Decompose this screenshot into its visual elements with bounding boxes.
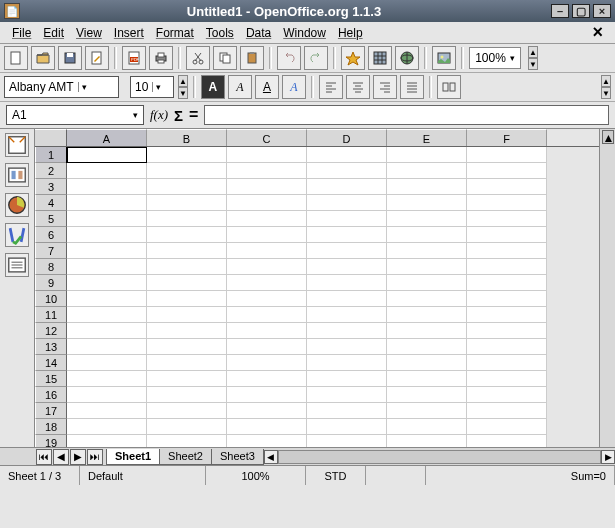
cell-A1[interactable] [67, 147, 147, 163]
cell-E8[interactable] [387, 259, 467, 275]
cell-B2[interactable] [147, 163, 227, 179]
row-header-13[interactable]: 13 [35, 339, 67, 355]
menu-view[interactable]: View [70, 24, 108, 42]
menu-insert[interactable]: Insert [108, 24, 150, 42]
row-header-17[interactable]: 17 [35, 403, 67, 419]
cell-E10[interactable] [387, 291, 467, 307]
cell-D7[interactable] [307, 243, 387, 259]
navigator-button[interactable] [341, 46, 365, 70]
cell-F3[interactable] [467, 179, 547, 195]
cell-C3[interactable] [227, 179, 307, 195]
close-doc-icon[interactable]: × [592, 22, 609, 43]
column-header-A[interactable]: A [67, 129, 147, 146]
cell-A12[interactable] [67, 323, 147, 339]
sheet-tab-sheet1[interactable]: Sheet1 [106, 449, 160, 465]
cell-B7[interactable] [147, 243, 227, 259]
select-all-corner[interactable] [35, 129, 67, 146]
spellcheck-button[interactable] [5, 223, 29, 247]
cell-B10[interactable] [147, 291, 227, 307]
maximize-button[interactable]: ▢ [572, 4, 590, 18]
cell-F8[interactable] [467, 259, 547, 275]
sheet-tab-sheet2[interactable]: Sheet2 [159, 449, 212, 465]
cell-D6[interactable] [307, 227, 387, 243]
italic-button[interactable]: A [228, 75, 252, 99]
cell-D10[interactable] [307, 291, 387, 307]
font-color-button[interactable]: A [282, 75, 306, 99]
cell-B3[interactable] [147, 179, 227, 195]
row-header-19[interactable]: 19 [35, 435, 67, 447]
cell-E1[interactable] [387, 147, 467, 163]
column-header-D[interactable]: D [307, 129, 387, 146]
cell-F14[interactable] [467, 355, 547, 371]
cell-A15[interactable] [67, 371, 147, 387]
column-header-E[interactable]: E [387, 129, 467, 146]
font-size-combo[interactable]: 10▾ [130, 76, 174, 98]
export-pdf-button[interactable]: PDF [122, 46, 146, 70]
row-header-3[interactable]: 3 [35, 179, 67, 195]
cell-F18[interactable] [467, 419, 547, 435]
row-header-5[interactable]: 5 [35, 211, 67, 227]
cell-A16[interactable] [67, 387, 147, 403]
cell-B4[interactable] [147, 195, 227, 211]
row-header-18[interactable]: 18 [35, 419, 67, 435]
cell-C19[interactable] [227, 435, 307, 447]
cell-A9[interactable] [67, 275, 147, 291]
hscroll-right[interactable]: ▶ [601, 450, 615, 464]
cell-B12[interactable] [147, 323, 227, 339]
cell-B8[interactable] [147, 259, 227, 275]
cell-D13[interactable] [307, 339, 387, 355]
zoom-combo[interactable]: 100%▾ [469, 47, 521, 69]
row-header-14[interactable]: 14 [35, 355, 67, 371]
menu-tools[interactable]: Tools [200, 24, 240, 42]
new-button[interactable] [4, 46, 28, 70]
font-size-up[interactable]: ▲ [178, 75, 188, 87]
cell-E9[interactable] [387, 275, 467, 291]
row-header-10[interactable]: 10 [35, 291, 67, 307]
cell-F15[interactable] [467, 371, 547, 387]
cell-A17[interactable] [67, 403, 147, 419]
menu-data[interactable]: Data [240, 24, 277, 42]
cell-D11[interactable] [307, 307, 387, 323]
cell-F2[interactable] [467, 163, 547, 179]
name-box[interactable]: A1▾ [6, 105, 144, 125]
cell-F9[interactable] [467, 275, 547, 291]
row-header-15[interactable]: 15 [35, 371, 67, 387]
print-button[interactable] [149, 46, 173, 70]
insert-object-button[interactable] [5, 163, 29, 187]
cell-D1[interactable] [307, 147, 387, 163]
row-header-16[interactable]: 16 [35, 387, 67, 403]
cell-A18[interactable] [67, 419, 147, 435]
cell-F13[interactable] [467, 339, 547, 355]
cell-C5[interactable] [227, 211, 307, 227]
scroll-up-arrow[interactable]: ▲ [602, 130, 614, 144]
formula-input[interactable] [204, 105, 609, 125]
cell-B14[interactable] [147, 355, 227, 371]
font-size-down[interactable]: ▼ [178, 87, 188, 99]
cell-D4[interactable] [307, 195, 387, 211]
cell-B13[interactable] [147, 339, 227, 355]
status-mode[interactable]: STD [306, 466, 366, 485]
align-right-button[interactable] [373, 75, 397, 99]
cell-A4[interactable] [67, 195, 147, 211]
cell-F5[interactable] [467, 211, 547, 227]
row-header-8[interactable]: 8 [35, 259, 67, 275]
cell-E17[interactable] [387, 403, 467, 419]
horizontal-scrollbar[interactable]: ◀ ▶ [264, 450, 615, 464]
cell-C1[interactable] [227, 147, 307, 163]
cell-B9[interactable] [147, 275, 227, 291]
cell-D16[interactable] [307, 387, 387, 403]
function-wizard-icon[interactable]: f(x) [150, 107, 168, 123]
tab-next-button[interactable]: ▶ [70, 449, 86, 465]
menu-window[interactable]: Window [277, 24, 332, 42]
status-zoom[interactable]: 100% [206, 466, 306, 485]
row-header-2[interactable]: 2 [35, 163, 67, 179]
align-left-button[interactable] [319, 75, 343, 99]
insert-cells-button[interactable] [5, 133, 29, 157]
cell-F10[interactable] [467, 291, 547, 307]
cell-D12[interactable] [307, 323, 387, 339]
close-button[interactable]: × [593, 4, 611, 18]
cell-C18[interactable] [227, 419, 307, 435]
cell-B15[interactable] [147, 371, 227, 387]
bold-button[interactable]: A [201, 75, 225, 99]
column-header-F[interactable]: F [467, 129, 547, 146]
